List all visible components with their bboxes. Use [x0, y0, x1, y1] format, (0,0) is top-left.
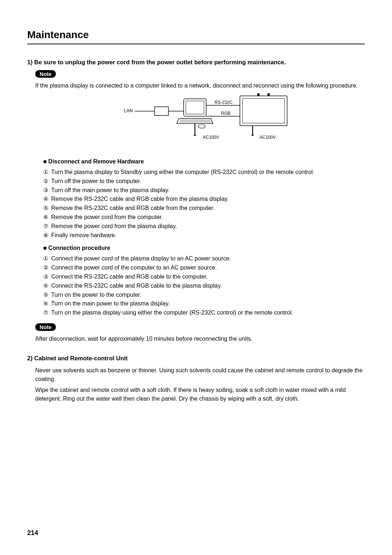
- step-number: ⑦: [43, 308, 51, 317]
- diagram-lan-label: LAN: [124, 108, 133, 113]
- step-text: Finally remove hardware.: [51, 231, 117, 240]
- step-number: ②: [43, 263, 51, 272]
- list-item: ③Connect the RS-232C cable and RGB cable…: [43, 272, 365, 281]
- step-text: Connect the power cord of the computer t…: [51, 263, 217, 272]
- section2-body: Never use solvents such as benzene or th…: [35, 366, 365, 403]
- note-text: If the plasma display is connected to a …: [35, 81, 365, 90]
- list-item: ②Turn off the power to the computer.: [43, 177, 365, 186]
- svg-rect-3: [184, 99, 206, 116]
- step-text: Turn off the power to the computer.: [51, 177, 141, 186]
- step-text: Turn on the plasma display using either …: [51, 308, 293, 317]
- page-title: Maintenance: [27, 29, 365, 44]
- list-item: ⑥Remove the power cord from the computer…: [43, 213, 365, 222]
- step-text: Turn on the power to the computer.: [51, 291, 141, 300]
- step-number: ③: [43, 272, 51, 281]
- step-number: ③: [43, 186, 51, 195]
- section2-p1: Never use solvents such as benzene or th…: [35, 366, 365, 384]
- step-number: ⑧: [43, 231, 51, 240]
- section1-body: Note If the plasma display is connected …: [35, 70, 365, 343]
- note-badge: Note: [35, 70, 56, 78]
- list-item: ⑥Turn on the main power to the plasma di…: [43, 299, 365, 308]
- note-badge: Note: [35, 323, 56, 331]
- section1-heading: 1) Be sure to unplug the power cord from…: [27, 59, 365, 66]
- diagram-ac2-label: AC100V: [260, 135, 276, 140]
- step-number: ⑤: [43, 204, 51, 213]
- step-text: Turn off the main power to the plasma di…: [51, 186, 170, 195]
- diagram-rs232c-label: RS-232C: [215, 100, 233, 105]
- step-text: Connect the RS-232C cable and RGB cable …: [51, 272, 208, 281]
- disconnect-heading: ■ Disconnect and Remove Hardware: [43, 158, 365, 165]
- step-text: Connect the power cord of the plasma dis…: [51, 254, 231, 263]
- step-text: Turn the plasma display to Standby using…: [51, 168, 314, 177]
- svg-rect-12: [242, 98, 285, 123]
- note2-text: After disconnection, wait for approximat…: [35, 335, 365, 343]
- diagram-ac1-label: AC100V: [203, 135, 219, 140]
- step-number: ⑥: [43, 299, 51, 308]
- page-number: 214: [27, 529, 38, 537]
- step-number: ⑦: [43, 222, 51, 231]
- step-text: Turn on the main power to the plasma dis…: [51, 299, 170, 308]
- list-item: ⑤Turn on the power to the computer.: [43, 291, 365, 300]
- disconnect-block: ■ Disconnect and Remove Hardware ①Turn t…: [43, 158, 365, 317]
- list-item: ①Connect the power cord of the plasma di…: [43, 254, 365, 263]
- step-number: ⑤: [43, 291, 51, 300]
- connect-heading: ■ Connection procedure: [43, 245, 365, 251]
- step-number: ①: [43, 254, 51, 263]
- svg-point-8: [198, 125, 205, 128]
- list-item: ⑦Turn on the plasma display using either…: [43, 308, 365, 317]
- diagram-svg: LAN RS-232C RGB: [109, 92, 291, 150]
- section2-p2: Wipe the cabinet and remote control with…: [35, 386, 365, 403]
- step-number: ⑥: [43, 213, 51, 222]
- list-item: ②Connect the power cord of the computer …: [43, 263, 365, 272]
- svg-rect-13: [257, 93, 260, 96]
- list-item: ⑤Remove the RS-232C cable and RGB cable …: [43, 204, 365, 213]
- step-number: ④: [43, 195, 51, 204]
- svg-rect-11: [240, 96, 287, 126]
- diagram-rgb-label: RGB: [221, 111, 230, 116]
- svg-rect-4: [186, 101, 204, 114]
- disconnect-steps: ①Turn the plasma display to Standby usin…: [43, 168, 365, 240]
- list-item: ①Turn the plasma display to Standby usin…: [43, 168, 365, 177]
- step-text: Remove the RS-232C cable and RGB cable f…: [51, 204, 215, 213]
- list-item: ④Connect the RS-232C cable and RGB cable…: [43, 281, 365, 291]
- step-text: Connect the RS-232C cable and RGB cable …: [51, 281, 222, 291]
- step-number: ①: [43, 168, 51, 177]
- step-text: Remove the power cord from the plasma di…: [51, 222, 177, 231]
- step-text: Remove the RS-232C cable and RGB cable f…: [51, 195, 229, 204]
- connection-diagram: LAN RS-232C RGB: [35, 92, 365, 152]
- list-item: ④Remove the RS-232C cable and RGB cable …: [43, 195, 365, 204]
- list-item: ⑧Finally remove hardware.: [43, 231, 365, 240]
- step-text: Remove the power cord from the computer.: [51, 213, 163, 222]
- section2-heading: 2) Cabinet and Remote-control Unit: [27, 355, 365, 362]
- svg-rect-1: [155, 107, 168, 116]
- connect-steps: ①Connect the power cord of the plasma di…: [43, 254, 365, 317]
- step-number: ②: [43, 177, 51, 186]
- svg-rect-14: [268, 93, 270, 96]
- list-item: ⑦Remove the power cord from the plasma d…: [43, 222, 365, 231]
- list-item: ③Turn off the main power to the plasma d…: [43, 186, 365, 195]
- page: Maintenance 1) Be sure to unplug the pow…: [0, 0, 392, 555]
- step-number: ④: [43, 281, 51, 291]
